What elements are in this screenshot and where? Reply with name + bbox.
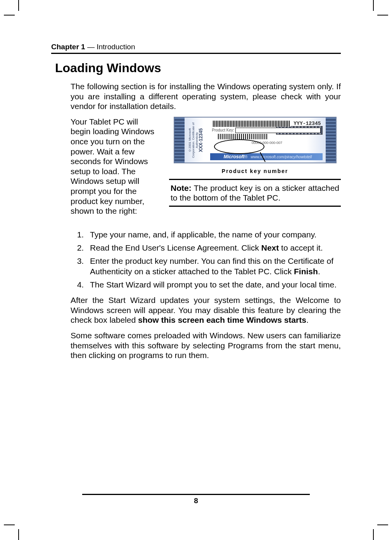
barcode-icon	[218, 134, 268, 139]
page-content: Chapter 1 — Introduction Loading Windows…	[51, 43, 341, 505]
barcode-icon	[213, 121, 290, 127]
product-key-field	[235, 128, 321, 133]
crop-mark	[373, 529, 374, 540]
figure-caption: Product key number	[169, 168, 341, 174]
hologram-strip-right	[326, 118, 336, 163]
page-number: 8	[194, 497, 198, 505]
coa-sticker: ©2001 Microsoft Corporation. Certificate…	[174, 117, 337, 163]
crop-mark	[377, 15, 388, 16]
steps-list: Type your name, and, if applicable, the …	[86, 230, 341, 290]
crop-mark	[4, 15, 15, 16]
list-item: Read the End User's License Agreement. C…	[86, 243, 341, 253]
list-item: Type your name, and, if applicable, the …	[86, 230, 341, 240]
coa-yyy-code: YYY-12345	[294, 121, 321, 126]
microsoft-logo: Microsoft	[224, 154, 245, 159]
list-item: Enter the product key number. You can fi…	[86, 256, 341, 277]
product-key-label: Product Key:	[212, 128, 234, 132]
microsoft-band: Microsoft® www.microsoft.com/piracy/howt…	[210, 153, 323, 160]
page-footer: 8	[51, 494, 341, 505]
coa-side-bold: XXX-12345	[199, 121, 204, 159]
note-text: The product key is on a sticker attached…	[171, 183, 339, 202]
hologram-strip-left	[174, 118, 185, 163]
crop-mark	[377, 524, 388, 525]
crop-mark	[4, 524, 15, 525]
list-item: The Start Wizard will prompt you to set …	[86, 280, 341, 290]
crop-mark	[18, 0, 19, 11]
left-paragraph: Your Tablet PC will begin loading Window…	[71, 117, 160, 216]
section-heading: Loading Windows	[55, 61, 341, 75]
chapter-label: Chapter 1	[51, 43, 85, 51]
intro-paragraph: The following section is for installing …	[71, 81, 341, 111]
preloaded-software-paragraph: Some software comes preloaded with Windo…	[71, 331, 341, 360]
chapter-title: — Introduction	[85, 43, 135, 51]
running-header: Chapter 1 — Introduction	[51, 43, 341, 54]
microsoft-url: www.microsoft.com/piracy/howtotell	[250, 155, 312, 159]
footer-rule	[82, 494, 310, 495]
after-wizard-paragraph: After the Start Wizard updates your syst…	[71, 295, 341, 325]
crop-mark	[373, 0, 374, 11]
coa-figure: ©2001 Microsoft Corporation. Certificate…	[169, 117, 341, 174]
crop-mark	[18, 529, 19, 540]
callout-ellipse	[214, 139, 264, 154]
coa-side-text: ©2001 Microsoft Corporation. Certificate…	[188, 121, 208, 159]
note-box: Note: The product key is on a sticker at…	[169, 179, 341, 207]
coa-side-small: ©2001 Microsoft Corporation. Certificate…	[188, 122, 199, 158]
note-label: Note:	[171, 183, 192, 192]
